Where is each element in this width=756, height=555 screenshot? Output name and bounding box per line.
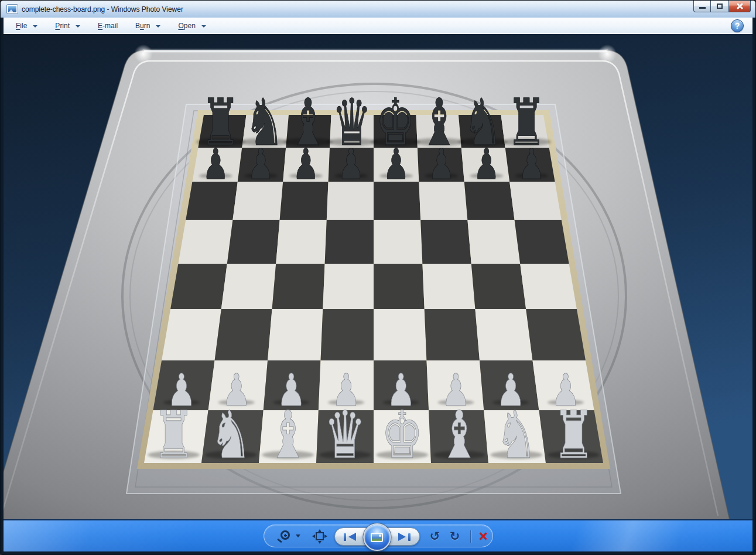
board-square (323, 264, 374, 309)
board-square (526, 309, 586, 360)
board-square (162, 309, 221, 360)
board-square (475, 309, 532, 360)
window-title: complete-chess-board.png - Windows Photo… (22, 5, 183, 13)
board-square (276, 220, 327, 264)
chess-piece-white-knight: ♞ (210, 397, 252, 473)
bottom-bar: ↺ ↻ ✕ (4, 519, 752, 551)
board-square (420, 220, 471, 264)
magnifier-icon (280, 530, 290, 540)
chess-piece-black-pawn: ♟ (337, 139, 364, 189)
chevron-down-icon (33, 25, 37, 28)
chess-piece-black-pawn: ♟ (202, 139, 229, 189)
navigation-capsule (334, 527, 420, 546)
actual-size-icon (316, 532, 324, 540)
board-square (515, 220, 569, 264)
board-square (227, 220, 280, 264)
previous-button[interactable] (343, 533, 357, 542)
title-bar: complete-chess-board.png - Windows Photo… (1, 1, 755, 18)
chess-piece-black-pawn: ♟ (292, 139, 319, 189)
photo-viewer-window: complete-chess-board.png - Windows Photo… (0, 0, 756, 555)
chess-piece-white-rook: ♜ (552, 397, 594, 473)
photo-canvas: ♜♞♝♛♚♝♞♜♟♟♟♟♟♟♟♟♟♟♟♟♟♟♟♟♜♞♝♛♚♝♞♜ (4, 34, 752, 519)
previous-icon (348, 533, 356, 541)
chess-piece-white-king: ♚ (381, 397, 423, 473)
corner-glow-left (134, 45, 153, 63)
toolbar: ↺ ↻ ✕ (264, 525, 493, 547)
chess-piece-black-pawn: ♟ (383, 139, 410, 189)
chess-piece-black-pawn: ♟ (428, 139, 455, 189)
board-square (520, 264, 577, 309)
photo-viewer-icon (7, 5, 18, 13)
chevron-down-icon (296, 534, 300, 537)
menu-item-email[interactable]: E-mail (98, 22, 118, 30)
chess-piece-black-pawn: ♟ (247, 139, 274, 189)
menu-item-label: File (16, 22, 27, 30)
delete-button[interactable]: ✕ (475, 529, 492, 544)
chess-piece-white-queen: ♛ (324, 397, 366, 473)
board-square (374, 309, 426, 360)
board-square (221, 264, 276, 309)
play-slideshow-button[interactable] (363, 523, 391, 551)
menu-item-burn[interactable]: Burn (135, 22, 160, 30)
chevron-down-icon (76, 25, 80, 28)
screen: complete-chess-board.png - Windows Photo… (0, 0, 756, 555)
chess-piece-black-pawn: ♟ (473, 139, 500, 189)
help-button[interactable]: ? (731, 19, 744, 32)
caption-buttons (693, 1, 751, 12)
chess-piece-black-pawn: ♟ (518, 139, 545, 189)
zoom-button[interactable] (276, 529, 304, 544)
board-square (272, 264, 325, 309)
board-square (215, 309, 272, 360)
board-square (471, 264, 526, 309)
menu-item-label: Print (55, 22, 70, 30)
board-square (425, 309, 480, 360)
next-button[interactable] (397, 533, 411, 542)
corner-glow-right (598, 45, 617, 63)
chess-piece-white-bishop: ♝ (267, 397, 309, 473)
menu-item-file[interactable]: File (16, 22, 37, 30)
board-square (170, 264, 227, 309)
board-square (374, 220, 422, 264)
next-icon (398, 533, 406, 541)
board-square (178, 220, 232, 264)
slideshow-icon (371, 533, 383, 542)
menu-bar: FilePrintE-mailBurnOpen ? (4, 18, 752, 34)
board-square (325, 220, 374, 264)
chess-piece-white-bishop: ♝ (438, 397, 480, 473)
chevron-down-icon (156, 25, 160, 28)
chevron-down-icon (201, 25, 206, 28)
minimize-button[interactable] (693, 1, 711, 12)
maximize-icon (717, 4, 723, 9)
rotate-counterclockwise-button[interactable]: ↺ (427, 529, 443, 544)
maximize-button[interactable] (711, 1, 728, 12)
menu-item-label: Open (178, 22, 195, 30)
board-square (321, 309, 374, 360)
chess-board-image: ♜♞♝♛♚♝♞♜♟♟♟♟♟♟♟♟♟♟♟♟♟♟♟♟♜♞♝♛♚♝♞♜ (4, 34, 752, 519)
menu-item-label: Burn (135, 22, 150, 30)
board-square (268, 309, 323, 360)
change-display-size-button[interactable] (312, 529, 327, 544)
chess-piece-white-knight: ♞ (495, 397, 538, 473)
menu-item-print[interactable]: Print (55, 22, 80, 30)
board-square (374, 264, 425, 309)
rotate-clockwise-button[interactable]: ↻ (447, 529, 463, 544)
menu-item-label: E-mail (98, 22, 118, 30)
chess-piece-white-rook: ♜ (153, 397, 195, 473)
board-square (422, 264, 475, 309)
toolbar-divider (470, 530, 471, 543)
close-button[interactable] (728, 1, 751, 12)
minimize-icon (699, 7, 706, 9)
menu-item-open[interactable]: Open (178, 22, 206, 30)
board-square (467, 220, 520, 264)
